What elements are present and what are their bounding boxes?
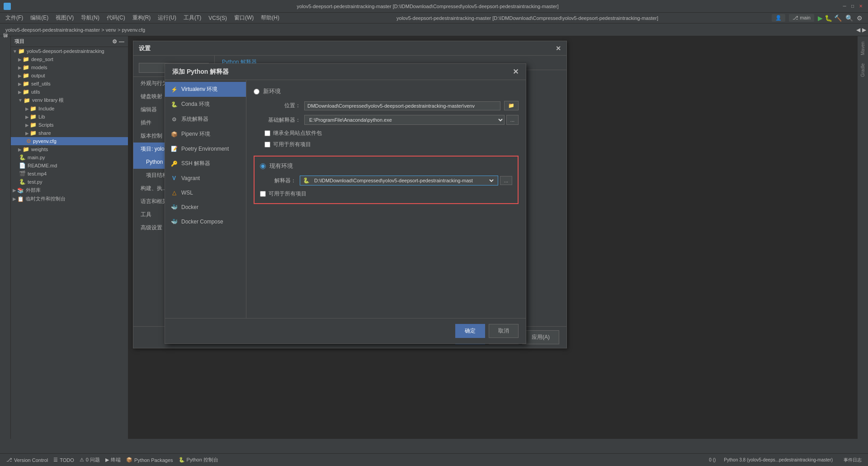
existing-interpreter-browse-btn[interactable]: ... bbox=[500, 176, 512, 185]
tree-item-weights[interactable]: ▶ 📁 weights bbox=[11, 145, 128, 153]
tree-item-utils[interactable]: ▶ 📁 utils bbox=[11, 88, 128, 96]
tree-item-scripts[interactable]: ▶ 📁 Scripts bbox=[11, 121, 128, 129]
tree-item-output[interactable]: ▶ 📁 output bbox=[11, 71, 128, 80]
build-btn[interactable]: 🔨 bbox=[834, 14, 842, 22]
location-input[interactable] bbox=[304, 101, 500, 110]
app-icon bbox=[4, 3, 11, 10]
menu-vcs[interactable]: VCS(S) bbox=[205, 14, 231, 22]
settings-apply-btn[interactable]: 应用(A) bbox=[522, 330, 559, 344]
user-btn[interactable]: 👤 bbox=[772, 14, 785, 22]
left-tab-structure[interactable]: 结构 bbox=[0, 38, 10, 45]
interp-type-pipenv[interactable]: 📦 Pipenv 环境 bbox=[165, 127, 246, 142]
status-python-console[interactable]: 🐍 Python 控制台 bbox=[176, 456, 221, 464]
base-interpreter-browse-btn[interactable]: ... bbox=[506, 115, 519, 125]
existing-env-radio[interactable] bbox=[260, 163, 266, 169]
status-terminal[interactable]: ▶ 终端 bbox=[103, 456, 123, 464]
menu-navigate[interactable]: 导航(N) bbox=[77, 13, 103, 23]
add-interpreter-dialog[interactable]: 添加 Python 解释器 ✕ ⚡ Virtualenv 环境 🐍 Conda … bbox=[165, 63, 526, 344]
status-problems[interactable]: ⚠ 0 问题 bbox=[77, 456, 103, 464]
existing-available-checkbox-row: 可用于所有项目 bbox=[260, 190, 512, 198]
status-event-log[interactable]: 事件日志 bbox=[841, 456, 864, 464]
tree-item-testvideo[interactable]: 🎬 test.mp4 bbox=[11, 170, 128, 178]
tree-item-testpy[interactable]: 🐍 test.py bbox=[11, 178, 128, 186]
tree-item-external[interactable]: ▶ 📚 外部库 bbox=[11, 186, 128, 195]
sidebar-header: 项目 ⚙ — bbox=[11, 36, 128, 47]
tree-item-root[interactable]: ▼ 📁 yolov5-deepsort-pedestraintracking bbox=[11, 47, 128, 55]
tree-item-readme[interactable]: 📄 README.md bbox=[11, 162, 128, 170]
add-interpreter-confirm-btn[interactable]: 确定 bbox=[455, 324, 485, 338]
interp-type-system[interactable]: ⚙ 系统解释器 bbox=[165, 112, 246, 127]
location-label: 位置： bbox=[264, 102, 301, 109]
minimize-btn[interactable]: ─ bbox=[841, 3, 848, 10]
window-title: yolov5-deepsort-pedestraintracking-maste… bbox=[14, 4, 841, 9]
settings-btn[interactable]: ⚙ bbox=[857, 14, 863, 22]
search-btn[interactable]: 🔍 bbox=[845, 14, 853, 22]
existing-env-radio-option[interactable]: 现有环境 bbox=[260, 162, 512, 170]
right-tab-maven[interactable]: Maven bbox=[859, 38, 867, 59]
settings-close-btn[interactable]: ✕ bbox=[556, 45, 561, 52]
add-interpreter-cancel-btn[interactable]: 取消 bbox=[489, 324, 519, 338]
menu-edit[interactable]: 编辑(E) bbox=[27, 13, 52, 23]
breadcrumb: yolov5-deepsort-pedestraintracking-maste… bbox=[2, 27, 149, 33]
interp-type-wsl[interactable]: △ WSL bbox=[165, 185, 246, 200]
ssh-icon: 🔑 bbox=[170, 160, 178, 167]
new-env-radio[interactable] bbox=[254, 89, 259, 95]
tree-item-pyvenv[interactable]: ⚙ pyvenv.cfg bbox=[11, 137, 128, 145]
new-env-radio-option[interactable]: 新环境 bbox=[254, 87, 519, 95]
content-area: 设置 ✕ 外观与行为 键盘映射 编辑器 插件 版本控制 项目: yolo... … bbox=[128, 36, 857, 439]
menu-file[interactable]: 文件(F) bbox=[2, 13, 27, 23]
add-interpreter-close-btn[interactable]: ✕ bbox=[513, 67, 519, 76]
python-console-icon: 🐍 bbox=[179, 457, 185, 463]
status-python-packages[interactable]: 📦 Python Packages bbox=[123, 456, 176, 464]
right-tab-gradle[interactable]: Gradle bbox=[859, 60, 867, 81]
vagrant-icon: V bbox=[170, 175, 178, 182]
inherit-global-checkbox[interactable] bbox=[264, 130, 270, 136]
status-python-version[interactable]: Python 3.8 (yolov5-deeps...pedestraintra… bbox=[721, 456, 835, 463]
sidebar-gear-icon[interactable]: ⚙ bbox=[112, 38, 117, 45]
status-todo[interactable]: ☰ TODO bbox=[51, 456, 77, 464]
interp-type-virtualenv[interactable]: ⚡ Virtualenv 环境 bbox=[165, 82, 246, 97]
existing-interpreter-select[interactable]: D:\IDMDownload\Compressed\yolov5-deepsor… bbox=[312, 177, 495, 184]
base-interpreter-select[interactable]: E:\ProgramFile\Anaconda\python.exe bbox=[304, 115, 505, 125]
menu-tools[interactable]: 工具(T) bbox=[180, 13, 205, 23]
todo-icon: ☰ bbox=[53, 457, 58, 463]
tree-item-scratch[interactable]: ▶ 📋 临时文件和控制台 bbox=[11, 195, 128, 203]
sidebar-collapse-icon[interactable]: — bbox=[119, 38, 124, 45]
close-btn[interactable]: ✕ bbox=[857, 3, 864, 10]
nav-back-btn[interactable]: ◀ bbox=[856, 27, 860, 33]
branch-btn[interactable]: ⎇ main bbox=[789, 14, 814, 22]
settings-dialog-title: 设置 ✕ bbox=[133, 41, 566, 56]
maximize-btn[interactable]: □ bbox=[849, 3, 856, 10]
menu-run[interactable]: 运行(U) bbox=[154, 13, 180, 23]
menu-code[interactable]: 代码(C) bbox=[103, 13, 129, 23]
nav-forward-btn[interactable]: ▶ bbox=[862, 27, 866, 33]
tree-item-lib[interactable]: ▶ 📁 Lib bbox=[11, 113, 128, 121]
interp-type-vagrant[interactable]: V Vagrant bbox=[165, 171, 246, 185]
interp-type-docker-compose[interactable]: 🐳 Docker Compose bbox=[165, 214, 246, 229]
interp-type-docker[interactable]: 🐳 Docker bbox=[165, 200, 246, 214]
tree-item-deep_sort[interactable]: ▶ 📁 deep_sort bbox=[11, 55, 128, 63]
tree-item-models[interactable]: ▶ 📁 models bbox=[11, 63, 128, 71]
interpreter-config-panel: 新环境 位置： 📁 基础解释器： E:\ProgramFile\Anaconda… bbox=[246, 80, 526, 318]
menu-refactor[interactable]: 重构(R) bbox=[129, 13, 155, 23]
location-browse-btn[interactable]: 📁 bbox=[504, 101, 519, 110]
debug-btn[interactable]: 🐛 bbox=[825, 14, 832, 22]
status-vcs[interactable]: ⎇ Version Control bbox=[4, 456, 51, 464]
run-btn[interactable]: ▶ bbox=[818, 14, 823, 22]
existing-available-all-checkbox[interactable] bbox=[260, 191, 266, 197]
interp-type-conda[interactable]: 🐍 Conda 环境 bbox=[165, 97, 246, 112]
interp-type-poetry[interactable]: 📝 Poetry Environment bbox=[165, 142, 246, 156]
inherit-global-label: 继承全局站点软件包 bbox=[273, 129, 322, 137]
menu-view[interactable]: 视图(V) bbox=[52, 13, 77, 23]
tree-item-self_utils[interactable]: ▶ 📁 self_utils bbox=[11, 80, 128, 88]
menu-window[interactable]: 窗口(W) bbox=[231, 13, 257, 23]
available-all-new-checkbox[interactable] bbox=[264, 142, 270, 147]
warning-icon: ⚠ bbox=[80, 457, 84, 463]
menu-help[interactable]: 帮助(H) bbox=[257, 13, 283, 23]
tree-item-share[interactable]: ▶ 📁 share bbox=[11, 129, 128, 137]
tree-item-include[interactable]: ▶ 📁 Include bbox=[11, 105, 128, 113]
tree-item-main[interactable]: 🐍 main.py bbox=[11, 153, 128, 162]
interp-type-ssh[interactable]: 🔑 SSH 解释器 bbox=[165, 156, 246, 171]
interpreter-type-list: ⚡ Virtualenv 环境 🐍 Conda 环境 ⚙ 系统解释器 📦 Pip… bbox=[165, 80, 246, 318]
tree-item-venv[interactable]: ▼ 📁 venv library 根 bbox=[11, 96, 128, 105]
